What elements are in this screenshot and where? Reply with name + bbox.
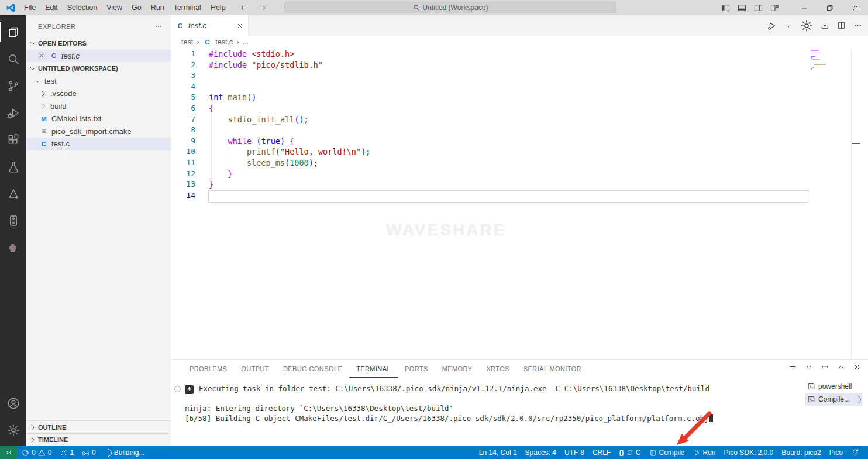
plus-icon[interactable] <box>788 362 797 371</box>
activity-pico-project[interactable] <box>0 207 26 234</box>
customize-layout-icon[interactable] <box>770 4 779 12</box>
workspace-title: Untitled (Workspace) <box>423 4 488 12</box>
status-compile[interactable]: Compile <box>645 446 689 459</box>
menu-item-selection[interactable]: Selection <box>63 4 102 12</box>
status-tasks[interactable]: 1 <box>56 446 78 459</box>
cmake-icon <box>7 187 20 200</box>
menu-item-help[interactable]: Help <box>206 4 230 12</box>
tree-item-test.c[interactable]: Ctest.c <box>26 138 171 150</box>
tree-item-.vscode[interactable]: .vscode <box>26 87 171 100</box>
menu-item-run[interactable]: Run <box>146 4 169 12</box>
status-remote-indicator[interactable] <box>0 446 18 459</box>
panel-tab-terminal[interactable]: TERMINAL <box>349 360 398 378</box>
panel-tab-debug-console[interactable]: DEBUG CONSOLE <box>276 360 349 378</box>
panel-tab-memory[interactable]: MEMORY <box>435 360 480 378</box>
more-icon[interactable] <box>821 362 829 371</box>
download-icon[interactable] <box>821 21 829 30</box>
breadcrumb[interactable]: test›Ctest.c›... <box>171 36 868 49</box>
command-center-search[interactable]: Untitled (Workspace) <box>284 2 616 13</box>
forward-icon[interactable] <box>258 4 267 12</box>
status-run[interactable]: Run <box>689 446 720 459</box>
open-editor-test.c[interactable]: Ctest.c <box>26 50 171 63</box>
back-icon[interactable] <box>240 4 249 12</box>
status-notifications[interactable] <box>847 446 863 459</box>
chevron-down-icon[interactable] <box>784 22 793 30</box>
status-building[interactable]: Building... <box>100 446 149 459</box>
restore-button[interactable] <box>817 0 842 15</box>
status-pico-sdk[interactable]: Pico SDK: 2.0.0 <box>720 446 778 459</box>
status-encoding[interactable]: UTF-8 <box>560 446 588 459</box>
activity-search[interactable] <box>0 46 26 73</box>
breadcrumb-item[interactable]: test <box>181 38 193 46</box>
terminal-instance-powershell[interactable]: powershell <box>805 380 862 393</box>
status-problems[interactable]: 00 <box>18 446 56 459</box>
toggle-secondary-sidebar-icon[interactable] <box>754 4 763 12</box>
search-icon <box>413 4 420 11</box>
close-tab-icon[interactable] <box>236 22 243 29</box>
tab-test-c[interactable]: C test.c <box>171 15 249 36</box>
status-board[interactable]: Board: pico2 <box>777 446 825 459</box>
panel-tab-output[interactable]: OUTPUT <box>234 360 276 378</box>
run-or-debug-icon[interactable] <box>767 21 777 30</box>
menu-item-go[interactable]: Go <box>127 4 146 12</box>
code-line: #include <stdio.h> <box>209 49 294 60</box>
activity-run-and-debug[interactable] <box>0 100 26 126</box>
status-pico[interactable]: Pico <box>825 446 847 459</box>
code-editor[interactable]: 1234567891011121314 #include <stdio.h>#i… <box>171 49 868 359</box>
panel-tab-serial-monitor[interactable]: SERIAL MONITOR <box>516 360 588 378</box>
terminal-instance-Compile[interactable]: Compile... <box>805 393 862 406</box>
status-indentation[interactable]: Spaces: 4 <box>521 446 560 459</box>
code-line: printf("Hello, world!\n"); <box>209 146 370 157</box>
activity-raspberry-pi[interactable] <box>0 234 26 261</box>
watermark: WAVESHARE <box>386 221 506 239</box>
menubar: FileEditSelectionViewGoRunTerminalHelp <box>19 4 230 12</box>
breadcrumb-item[interactable]: ... <box>242 38 248 46</box>
panel-tab-xrtos[interactable]: XRTOS <box>479 360 516 378</box>
workspace-header[interactable]: UNTITLED (WORKSPACE) <box>26 62 171 75</box>
activity-source-control[interactable] <box>0 73 26 100</box>
more-actions-icon[interactable] <box>154 22 163 30</box>
panel-tab-problems[interactable]: PROBLEMS <box>182 360 234 378</box>
minimap[interactable] <box>811 50 834 72</box>
menu-item-terminal[interactable]: Terminal <box>169 4 206 12</box>
play-icon <box>693 449 701 457</box>
tree-item-pico_sdk_import.cmake[interactable]: ≡pico_sdk_import.cmake <box>26 125 171 138</box>
status-ports[interactable]: 0 <box>78 446 100 459</box>
line-number: 8 <box>171 125 195 136</box>
close-window-button[interactable] <box>842 0 868 15</box>
activity-extensions[interactable] <box>0 126 26 153</box>
toggle-sidebar-icon[interactable] <box>721 4 730 12</box>
panel-tab-ports[interactable]: PORTS <box>398 360 435 378</box>
chevron-up-icon[interactable] <box>837 362 845 371</box>
beaker-icon <box>7 160 20 173</box>
close-icon[interactable] <box>853 362 861 371</box>
status-cursor-position[interactable]: Ln 14, Col 1 <box>475 446 521 459</box>
close-editor-icon[interactable] <box>37 52 46 59</box>
activity-explorer[interactable] <box>0 19 26 46</box>
indent-guide <box>211 114 212 179</box>
activity-accounts[interactable] <box>0 390 26 417</box>
gear-icon[interactable] <box>800 19 813 32</box>
breadcrumb-item[interactable]: test.c <box>215 38 233 46</box>
tree-item-CMakeLists.txt[interactable]: MCMakeLists.txt <box>26 112 171 125</box>
activity-settings[interactable] <box>0 417 26 444</box>
section-outline[interactable]: OUTLINE <box>26 420 171 434</box>
c-file-icon: C <box>39 141 49 148</box>
menu-item-view[interactable]: View <box>102 4 127 12</box>
toggle-panel-icon[interactable] <box>738 4 746 12</box>
activity-cmake-tools[interactable] <box>0 180 26 207</box>
section-timeline[interactable]: TIMELINE <box>26 433 171 447</box>
more-icon[interactable] <box>853 21 862 30</box>
open-editors-header[interactable]: OPEN EDITORS <box>26 37 171 50</box>
tree-item-test[interactable]: test <box>26 75 171 88</box>
status-eol[interactable]: CRLF <box>588 446 615 459</box>
tree-item-build[interactable]: build <box>26 100 171 113</box>
chevron-down-icon[interactable] <box>805 362 813 371</box>
minimize-button[interactable] <box>791 0 817 15</box>
split-editor-icon[interactable] <box>837 21 846 30</box>
activity-testing[interactable] <box>0 153 26 180</box>
menu-item-edit[interactable]: Edit <box>40 4 63 12</box>
status-language-mode[interactable]: {}C <box>615 446 645 459</box>
terminal-output[interactable]: *Executing task in folder test: C:\Users… <box>171 383 804 423</box>
menu-item-file[interactable]: File <box>19 4 40 12</box>
